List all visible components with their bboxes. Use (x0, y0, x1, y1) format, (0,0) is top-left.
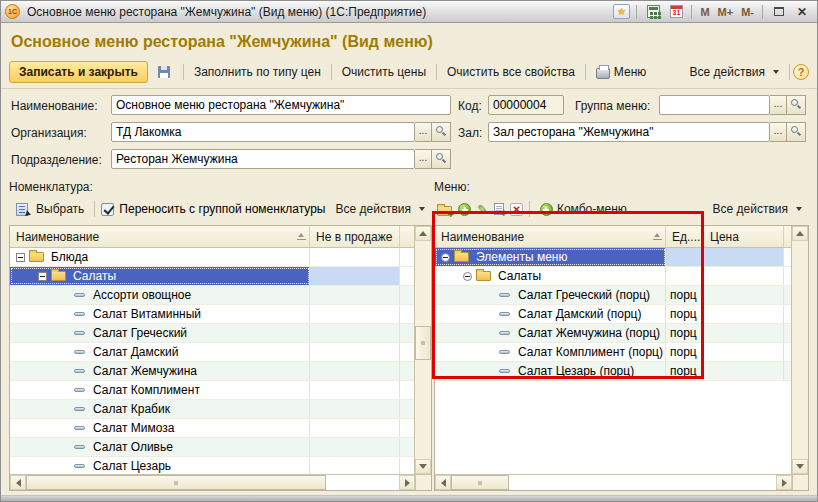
column-header-not-for-sale[interactable]: Не в продаже (310, 226, 400, 247)
printer-icon (596, 68, 610, 79)
collapse-toggle-icon[interactable] (441, 253, 450, 262)
nomenclature-panel: Номенклатура: Выбрать Переносить с групп… (9, 178, 432, 491)
save-and-close-button[interactable]: Записать и закрыть (9, 61, 148, 83)
table-row[interactable]: Салат Греческий (10, 324, 414, 343)
command-bar: Записать и закрыть Заполнить по типу цен… (9, 59, 809, 85)
table-row[interactable]: Салат Жемчужина (порц)порц (435, 324, 791, 343)
scroll-down-button[interactable] (792, 459, 808, 474)
lookup-button[interactable] (432, 122, 451, 142)
table-row[interactable]: Салат Цезарь (порц)порц (435, 362, 791, 381)
menu-print-button[interactable]: Меню (589, 62, 653, 82)
collapse-toggle-icon[interactable] (38, 272, 47, 281)
lookup-button[interactable] (787, 95, 806, 115)
transfer-with-group-checkbox[interactable] (101, 203, 114, 216)
lookup-button[interactable] (787, 122, 806, 142)
calculator-button[interactable] (642, 3, 664, 21)
memory-plus-button[interactable]: M+ (714, 6, 738, 18)
transfer-with-group-label: Переносить с группой номенклатуры (119, 202, 325, 216)
scrollbar-thumb[interactable] (26, 475, 326, 490)
vertical-scrollbar[interactable] (414, 226, 431, 474)
collapse-toggle-icon[interactable] (463, 272, 472, 281)
menu-toolbar: ✎ ✕ Комбо-меню Все действия (434, 197, 809, 221)
horizontal-scrollbar[interactable] (435, 474, 792, 490)
magnifier-icon (791, 126, 798, 133)
cell-price (704, 248, 784, 266)
all-actions-button[interactable]: Все действия (683, 62, 786, 82)
row-label: Ассорти овощное (90, 286, 194, 304)
row-label: Салат Оливье (90, 438, 176, 456)
add-group-folder-icon[interactable] (437, 206, 452, 216)
help-button[interactable]: ? (793, 64, 809, 80)
scroll-up-button[interactable] (792, 226, 808, 241)
column-header-unit[interactable]: Ед.... (666, 226, 704, 247)
memory-button[interactable]: M (696, 6, 713, 18)
all-actions-label: Все действия (690, 65, 765, 79)
table-row[interactable]: Салат Комплимент (10, 381, 414, 400)
memory-minus-button[interactable]: M- (737, 6, 758, 18)
delete-icon[interactable]: ✕ (510, 203, 523, 216)
all-actions-button[interactable]: Все действия (329, 199, 432, 219)
combo-menu-button[interactable]: Комбо-меню (533, 199, 634, 219)
save-button[interactable] (148, 63, 180, 81)
table-row[interactable]: Ассорти овощное (10, 286, 414, 305)
vertical-scrollbar[interactable] (791, 226, 808, 474)
chevron-down-icon (796, 207, 802, 211)
magnifier-icon (436, 153, 443, 160)
maximize-button[interactable] (768, 3, 790, 21)
fill-by-price-type-button[interactable]: Заполнить по типу цен (187, 62, 328, 82)
edit-pencil-icon[interactable]: ✎ (477, 203, 488, 216)
table-row[interactable]: Салат Мимоза (10, 419, 414, 438)
collapse-toggle-icon[interactable] (16, 253, 25, 262)
horizontal-scrollbar[interactable] (10, 474, 415, 490)
table-row[interactable]: Салаты (435, 267, 791, 286)
column-header-price[interactable]: Цена (704, 226, 784, 247)
all-actions-button[interactable]: Все действия (706, 199, 809, 219)
cell-not_for_sale (310, 362, 400, 380)
clear-prices-button[interactable]: Очистить цены (335, 62, 433, 82)
item-icon (499, 369, 510, 373)
calendar-button[interactable] (665, 3, 687, 21)
clear-all-properties-button[interactable]: Очистить все свойства (440, 62, 582, 82)
add-icon[interactable] (458, 203, 471, 216)
scroll-up-button[interactable] (415, 226, 431, 241)
scroll-left-button[interactable] (435, 475, 451, 490)
scrollbar-thumb[interactable] (415, 326, 431, 360)
department-field[interactable]: Ресторан Жемчужина ... (111, 149, 451, 169)
close-button[interactable]: ✕ (791, 3, 813, 21)
scroll-down-button[interactable] (415, 459, 431, 474)
scroll-left-button[interactable] (10, 475, 26, 490)
item-icon (74, 312, 85, 316)
column-header-name[interactable]: Наименование (10, 226, 310, 247)
table-row[interactable]: Салат Оливье (10, 438, 414, 457)
table-row[interactable]: Салат Комплимент (порц)порц (435, 343, 791, 362)
column-header-name[interactable]: Наименование (435, 226, 666, 247)
select-dots-button[interactable]: ... (415, 149, 432, 169)
table-row[interactable]: Элементы меню (435, 248, 791, 267)
lookup-button[interactable] (432, 149, 451, 169)
scrollbar-thumb[interactable] (451, 475, 509, 490)
table-row[interactable]: Салат Витаминный (10, 305, 414, 324)
copy-icon[interactable] (494, 203, 504, 215)
select-dots-button[interactable]: ... (415, 122, 432, 142)
table-row[interactable]: Салаты (10, 267, 414, 286)
row-label: Салат Жемчужина (90, 362, 200, 380)
favorites-button[interactable]: ★ (610, 3, 632, 21)
menu-group-field[interactable]: ... (659, 95, 806, 115)
table-row[interactable]: Салат Греческий (порц)порц (435, 286, 791, 305)
table-row[interactable]: Салат Дамский (10, 343, 414, 362)
table-row[interactable]: Салат Жемчужина (10, 362, 414, 381)
name-field[interactable]: Основное меню ресторана "Жемчужина" (111, 95, 451, 115)
organization-label: Организация: (11, 126, 87, 140)
table-row[interactable]: Блюда (10, 248, 414, 267)
select-button[interactable]: Выбрать (9, 199, 91, 219)
table-row[interactable]: Салат Дамский (порц)порц (435, 305, 791, 324)
table-row[interactable]: Салат Крабик (10, 400, 414, 419)
organization-field[interactable]: ТД Лакомка ... (111, 122, 451, 142)
scroll-right-button[interactable] (399, 475, 415, 490)
scroll-right-button[interactable] (776, 475, 792, 490)
cell-price (704, 362, 784, 380)
select-dots-button[interactable]: ... (770, 122, 787, 142)
hall-field[interactable]: Зал ресторана "Жемчужина" ... (488, 122, 806, 142)
table-row[interactable]: Салат Цезарь (10, 457, 414, 474)
select-dots-button[interactable]: ... (770, 95, 787, 115)
